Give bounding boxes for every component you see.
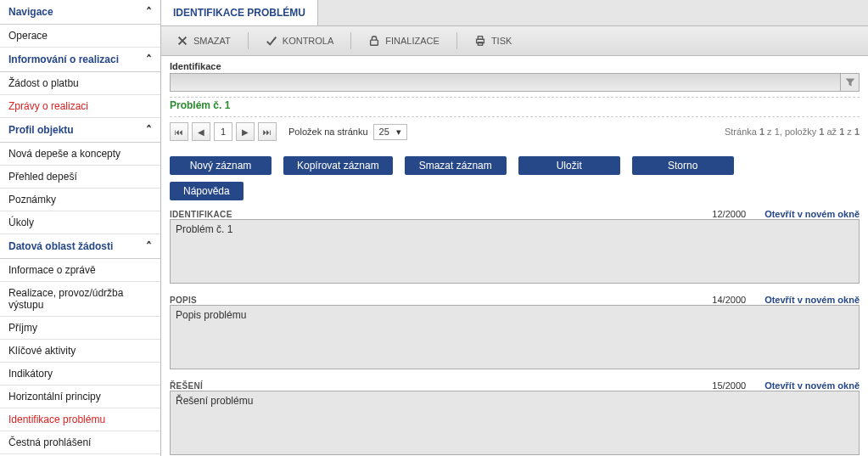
main: IDENTIFIKACE PROBLÉMU SMAZAT KONTROLA FI… — [161, 0, 868, 456]
toolbar-tisk[interactable]: TISK — [466, 31, 520, 50]
textarea-popis[interactable] — [170, 305, 860, 369]
textarea-reseni[interactable] — [170, 391, 860, 455]
toolbar-finalizace-label: FINALIZACE — [385, 36, 440, 46]
new-record-button[interactable]: Nový záznam — [170, 156, 272, 175]
lock-icon — [368, 35, 380, 47]
sidebar-item[interactable]: Zprávy o realizaci — [0, 95, 160, 118]
content: Identifikace Problém č. 1 ⏮ ◀ 1 ▶ ⏭ Polo… — [161, 56, 868, 456]
chevron-up-icon: ˄ — [146, 123, 152, 137]
svg-rect-2 — [478, 37, 482, 40]
textarea-identifikace[interactable] — [170, 219, 860, 284]
sidebar-item[interactable]: Identifikace problému — [0, 408, 160, 431]
toolbar: SMAZAT KONTROLA FINALIZACE TISK — [161, 26, 868, 56]
help-button[interactable]: Nápověda — [170, 182, 244, 200]
chevron-right-icon: ▶ — [242, 127, 249, 137]
sidebar: Navigace˄OperaceInformování o realizaci˄… — [0, 0, 161, 456]
sidebar-item[interactable]: Horizontální principy — [0, 386, 160, 408]
field-identifikace-header: IDENTIFIKACE 12/2000 Otevřít v novém okn… — [170, 209, 860, 219]
sidebar-section-header[interactable]: Informování o realizaci˄ — [0, 48, 160, 72]
field-popis-count: 14/2000 — [712, 295, 746, 305]
field-popis-label: POPIS — [170, 296, 197, 305]
field-reseni-label: ŘEŠENÍ — [170, 381, 203, 391]
field-reseni-header: ŘEŠENÍ 15/2000 Otevřít v novém okně — [170, 380, 860, 391]
per-page-select[interactable]: 25 ▾ — [373, 124, 407, 140]
toolbar-finalizace[interactable]: FINALIZACE — [360, 31, 448, 50]
toolbar-separator — [350, 32, 351, 49]
svg-rect-3 — [478, 42, 482, 46]
sidebar-section-title: Datová oblast žádosti — [8, 240, 113, 252]
chevron-up-icon: ˄ — [146, 5, 152, 19]
delete-record-button[interactable]: Smazat záznam — [405, 156, 507, 175]
toolbar-kontrola[interactable]: KONTROLA — [257, 31, 343, 50]
identifikace-input[interactable] — [170, 73, 841, 92]
delete-icon — [176, 35, 188, 47]
sidebar-item[interactable]: Úkoly — [0, 211, 160, 234]
sidebar-item[interactable]: Žádost o platbu — [0, 72, 160, 95]
svg-rect-0 — [371, 40, 378, 45]
action-row-2: Nápověda — [170, 182, 860, 200]
field-reseni-open-link[interactable]: Otevřít v novém okně — [764, 380, 860, 391]
page-tab-identifikace-problemu[interactable]: IDENTIFIKACE PROBLÉMU — [161, 0, 318, 25]
pager: ⏮ ◀ 1 ▶ ⏭ Položek na stránku 25 ▾ Stránk… — [170, 122, 860, 141]
copy-record-button[interactable]: Kopírovat záznam — [283, 156, 393, 175]
cancel-button[interactable]: Storno — [632, 156, 734, 175]
pager-info: Stránka 1 z 1, položky 1 až 1 z 1 — [725, 127, 860, 137]
sidebar-item[interactable]: Příjmy — [0, 317, 160, 340]
page-tabs: IDENTIFIKACE PROBLÉMU — [161, 0, 868, 26]
identifikace-label: Identifikace — [170, 56, 860, 73]
toolbar-smazat-label: SMAZAT — [193, 36, 231, 46]
sidebar-item[interactable]: Indikátory — [0, 363, 160, 386]
toolbar-tisk-label: TISK — [491, 36, 512, 46]
sidebar-item[interactable]: Poznámky — [0, 189, 160, 211]
field-identifikace: IDENTIFIKACE 12/2000 Otevřít v novém okn… — [170, 209, 860, 286]
sidebar-section-title: Informování o realizaci — [8, 53, 119, 65]
chevron-up-icon: ˄ — [146, 239, 152, 253]
sidebar-item[interactable]: Realizace, provoz/údržba výstupu — [0, 282, 160, 317]
problem-line: Problém č. 1 — [170, 97, 860, 117]
toolbar-kontrola-label: KONTROLA — [283, 36, 334, 46]
chevron-first-icon: ⏮ — [175, 127, 183, 137]
sidebar-section-header[interactable]: Navigace˄ — [0, 0, 160, 25]
toolbar-smazat[interactable]: SMAZAT — [168, 31, 239, 50]
sidebar-item[interactable]: Přehled depeší — [0, 166, 160, 189]
sidebar-item[interactable]: Nová depeše a koncepty — [0, 143, 160, 166]
per-page-value: 25 — [379, 127, 389, 137]
sidebar-item[interactable]: Klíčové aktivity — [0, 340, 160, 363]
app-layout: Navigace˄OperaceInformování o realizaci˄… — [0, 0, 868, 456]
sidebar-item[interactable]: Informace o zprávě — [0, 259, 160, 282]
field-popis-header: POPIS 14/2000 Otevřít v novém okně — [170, 295, 860, 305]
sidebar-item[interactable]: Operace — [0, 25, 160, 48]
sidebar-item[interactable]: Čestná prohlášení — [0, 431, 160, 454]
filter-icon — [845, 77, 855, 87]
check-icon — [266, 35, 277, 47]
chevron-left-icon: ◀ — [198, 127, 204, 137]
pager-prev[interactable]: ◀ — [192, 122, 210, 141]
toolbar-separator — [248, 32, 249, 49]
field-identifikace-count: 12/2000 — [712, 209, 746, 219]
sidebar-section-header[interactable]: Profil objektu˄ — [0, 118, 160, 143]
pager-next[interactable]: ▶ — [236, 122, 255, 141]
print-icon — [474, 35, 486, 47]
field-reseni-count: 15/2000 — [712, 380, 746, 391]
sidebar-section-header[interactable]: Datová oblast žádosti˄ — [0, 234, 160, 259]
chevron-last-icon: ⏭ — [263, 127, 272, 137]
identifikace-row — [170, 73, 860, 92]
toolbar-separator — [456, 32, 457, 49]
field-identifikace-label: IDENTIFIKACE — [170, 210, 232, 219]
per-page-label: Položek na stránku — [288, 127, 368, 137]
action-row: Nový záznam Kopírovat záznam Smazat zázn… — [170, 156, 860, 175]
pager-first[interactable]: ⏮ — [170, 122, 188, 141]
sidebar-section-title: Navigace — [8, 6, 53, 18]
field-reseni: ŘEŠENÍ 15/2000 Otevřít v novém okně — [170, 380, 860, 456]
field-popis: POPIS 14/2000 Otevřít v novém okně — [170, 295, 860, 372]
pager-last[interactable]: ⏭ — [258, 122, 277, 141]
chevron-up-icon: ˄ — [146, 53, 152, 66]
pager-current: 1 — [214, 122, 232, 141]
field-popis-open-link[interactable]: Otevřít v novém okně — [764, 295, 860, 305]
field-identifikace-open-link[interactable]: Otevřít v novém okně — [764, 209, 860, 219]
sidebar-section-title: Profil objektu — [8, 124, 74, 136]
chevron-down-icon: ▾ — [396, 127, 401, 138]
per-page: Položek na stránku 25 ▾ — [288, 124, 407, 140]
filter-button[interactable] — [841, 73, 860, 92]
save-button[interactable]: Uložit — [518, 156, 620, 175]
